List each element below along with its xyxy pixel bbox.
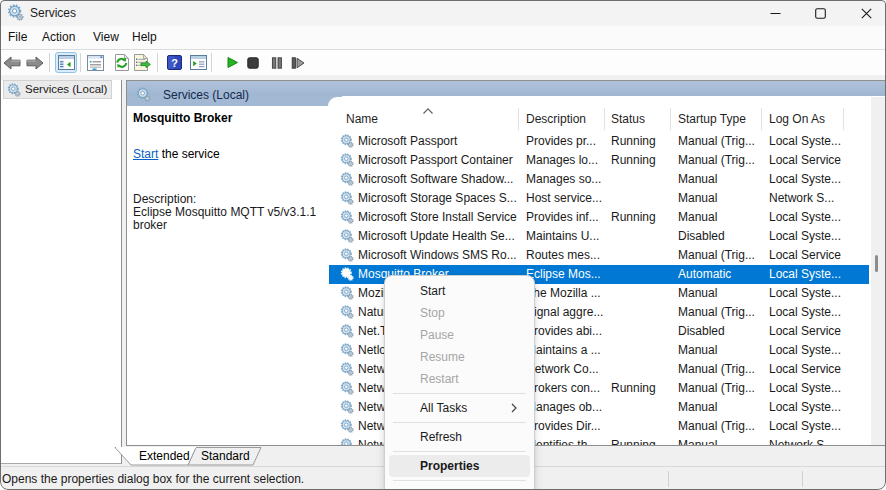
service-action-line: Start the service bbox=[133, 147, 323, 161]
column-header-log-on-as[interactable]: Log On As bbox=[769, 113, 825, 126]
service-gear-icon bbox=[340, 438, 354, 446]
menu-file[interactable]: File bbox=[8, 26, 27, 49]
back-button[interactable] bbox=[1, 52, 23, 73]
service-gear-icon bbox=[340, 134, 354, 148]
table-row[interactable]: Microsoft Update Health Se...Maintains U… bbox=[329, 227, 869, 246]
menu-item-properties[interactable]: Properties bbox=[389, 455, 530, 477]
cell-status bbox=[611, 170, 677, 189]
refresh-button[interactable] bbox=[110, 52, 132, 73]
cell-status: Running bbox=[611, 132, 677, 151]
menu-item-stop[interactable]: Stop bbox=[389, 302, 530, 324]
export-list-button[interactable] bbox=[131, 52, 153, 73]
menu-item-restart[interactable]: Restart bbox=[389, 368, 530, 390]
selected-service-title: Mosquitto Broker bbox=[133, 111, 323, 125]
column-divider[interactable] bbox=[518, 108, 519, 130]
menu-item-start[interactable]: Start bbox=[389, 280, 530, 302]
cell-status bbox=[611, 417, 677, 436]
service-gear-icon bbox=[340, 381, 354, 395]
menu-item-pause[interactable]: Pause bbox=[389, 324, 530, 346]
cell-startup-type: Manual bbox=[678, 170, 768, 189]
start-service-link[interactable]: Start bbox=[133, 147, 158, 161]
show-taskpad-button[interactable] bbox=[187, 52, 209, 73]
column-divider[interactable] bbox=[604, 108, 605, 130]
cell-log-on-as: Local Syste... bbox=[769, 341, 869, 360]
pause-service-button[interactable] bbox=[266, 52, 288, 73]
vertical-scrollbar[interactable] bbox=[871, 97, 886, 446]
table-row[interactable]: Microsoft Store Install ServiceProvides … bbox=[329, 208, 869, 227]
cell-startup-type: Manual (Trig... bbox=[678, 417, 768, 436]
stop-service-icon bbox=[247, 57, 259, 69]
menu-item-resume[interactable]: Resume bbox=[389, 346, 530, 368]
show-console-tree-button[interactable] bbox=[55, 52, 77, 73]
table-row[interactable]: Microsoft PassportProvides pr...RunningM… bbox=[329, 132, 869, 151]
column-header-startup-type[interactable]: Startup Type bbox=[678, 113, 746, 126]
cell-log-on-as: Local Syste... bbox=[769, 284, 869, 303]
table-row[interactable]: Microsoft Passport ContainerManages lo..… bbox=[329, 151, 869, 170]
cell-description: Provides abi... bbox=[526, 322, 610, 341]
column-header-name[interactable]: Name bbox=[346, 113, 378, 126]
menu-separator bbox=[393, 393, 526, 394]
help-button[interactable]: ? bbox=[163, 52, 185, 73]
cell-name: Microsoft Software Shadow... bbox=[358, 170, 525, 189]
scrollbar-thumb[interactable] bbox=[875, 255, 878, 272]
show-console-tree-icon bbox=[58, 55, 75, 70]
cell-status bbox=[611, 360, 677, 379]
service-gear-icon bbox=[340, 362, 354, 376]
service-gear-icon bbox=[340, 267, 354, 281]
column-header-status[interactable]: Status bbox=[611, 113, 645, 126]
back-icon bbox=[3, 56, 21, 70]
service-gear-icon bbox=[340, 248, 354, 262]
start-service-button[interactable] bbox=[221, 52, 243, 73]
cell-startup-type: Disabled bbox=[678, 322, 768, 341]
table-row[interactable]: Microsoft Software Shadow...Manages so..… bbox=[329, 170, 869, 189]
cell-description: Maintains U... bbox=[526, 227, 610, 246]
menu-action[interactable]: Action bbox=[42, 26, 75, 49]
cell-startup-type: Manual (Trig... bbox=[678, 246, 768, 265]
cell-description: Provides Dir... bbox=[526, 417, 610, 436]
cell-name: Microsoft Passport Container bbox=[358, 151, 525, 170]
menu-help[interactable]: Help bbox=[132, 26, 157, 49]
table-row[interactable]: Microsoft Storage Spaces S...Host servic… bbox=[329, 189, 869, 208]
cell-status: Running bbox=[611, 208, 677, 227]
restart-service-button[interactable] bbox=[287, 52, 309, 73]
context-menu: StartStopPauseResumeRestartAll TasksRefr… bbox=[384, 275, 535, 490]
forward-icon bbox=[26, 56, 44, 70]
service-action-suffix: the service bbox=[158, 147, 219, 161]
tree-item-services-local[interactable]: Services (Local) bbox=[3, 80, 112, 99]
service-gear-icon bbox=[340, 210, 354, 224]
tab-extended-label[interactable]: Extended bbox=[139, 450, 190, 463]
table-row[interactable]: Microsoft Windows SMS Ro...Routes mes...… bbox=[329, 246, 869, 265]
cell-startup-type: Manual bbox=[678, 284, 768, 303]
minimize-button[interactable] bbox=[752, 0, 798, 26]
submenu-chevron-icon bbox=[511, 403, 517, 413]
close-button[interactable] bbox=[843, 0, 886, 26]
properties-window-button[interactable] bbox=[84, 52, 106, 73]
column-divider[interactable] bbox=[670, 108, 671, 130]
column-divider[interactable] bbox=[843, 108, 844, 130]
service-gear-icon bbox=[340, 191, 354, 205]
cell-name: Microsoft Update Health Se... bbox=[358, 227, 525, 246]
cell-startup-type: Manual bbox=[678, 398, 768, 417]
service-gear-icon bbox=[340, 400, 354, 414]
cell-log-on-as: Local Syste... bbox=[769, 417, 869, 436]
cell-name: Microsoft Storage Spaces S... bbox=[358, 189, 525, 208]
cell-name: Microsoft Windows SMS Ro... bbox=[358, 246, 525, 265]
tab-standard-label[interactable]: Standard bbox=[201, 450, 250, 463]
menu-item-all-tasks[interactable]: All Tasks bbox=[389, 397, 530, 419]
pause-service-icon bbox=[271, 57, 283, 69]
menu-view[interactable]: View bbox=[93, 26, 119, 49]
minimize-icon bbox=[770, 8, 781, 19]
cell-startup-type: Disabled bbox=[678, 227, 768, 246]
description-label: Description: bbox=[133, 192, 323, 206]
cell-startup-type: Manual bbox=[678, 436, 768, 446]
menu-item-refresh[interactable]: Refresh bbox=[389, 426, 530, 448]
column-divider[interactable] bbox=[761, 108, 762, 130]
column-header-description[interactable]: Description bbox=[526, 113, 586, 126]
cell-status: Running bbox=[611, 436, 677, 446]
maximize-button[interactable] bbox=[797, 0, 843, 26]
status-text: Opens the properties dialog box for the … bbox=[2, 467, 304, 490]
stop-service-button[interactable] bbox=[242, 52, 264, 73]
cell-log-on-as: Local Service bbox=[769, 322, 869, 341]
cell-log-on-as: Local Syste... bbox=[769, 303, 869, 322]
forward-button[interactable] bbox=[24, 52, 46, 73]
